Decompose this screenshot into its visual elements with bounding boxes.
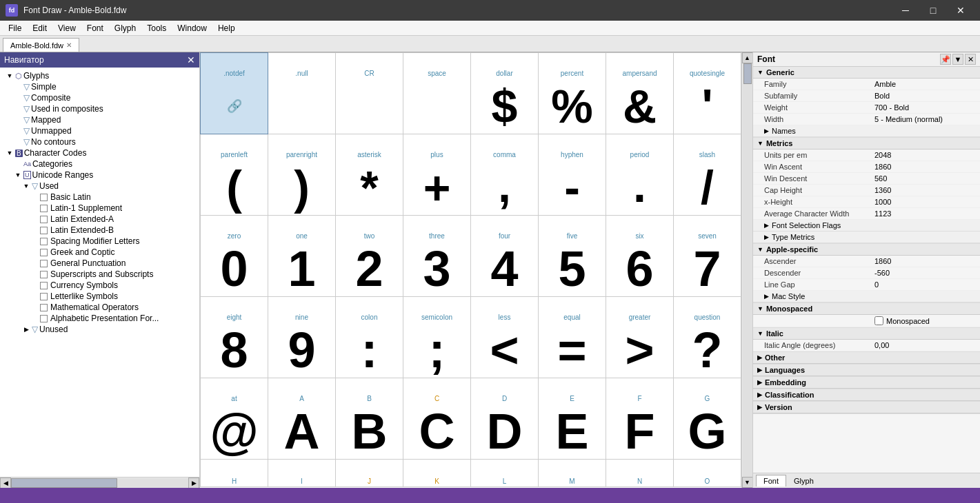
sidebar-item-general-punct[interactable]: General Punctuation xyxy=(0,258,199,269)
glyph-cell-O[interactable]: O xyxy=(674,460,741,487)
glyph-cell-comma[interactable]: comma , xyxy=(471,134,539,216)
tab-close-button[interactable]: ✕ xyxy=(66,41,72,49)
subsection-type-metrics[interactable]: ▶ Type Metrics xyxy=(753,232,980,243)
sidebar-item-categories[interactable]: Aa Categories xyxy=(0,158,199,170)
glyph-cell-quotesingle[interactable]: quotesingle ' xyxy=(674,53,741,134)
menu-glyph[interactable]: Glyph xyxy=(109,22,141,34)
sidebar-item-superscripts[interactable]: Superscripts and Subscripts xyxy=(0,269,199,280)
glyph-cell-question[interactable]: question ? xyxy=(674,297,741,378)
glyph-cell-five[interactable]: five 5 xyxy=(539,216,606,297)
sidebar-item-used[interactable]: ▼ ▽ Used xyxy=(0,181,199,192)
glyph-cell-three[interactable]: three 3 xyxy=(403,216,471,297)
glyph-cell-equal[interactable]: equal = xyxy=(539,297,606,378)
sidebar-item-unused[interactable]: ▶ ▽ Unused xyxy=(0,324,199,335)
glyph-vscrollbar[interactable]: ▲ ▼ xyxy=(741,52,752,488)
glyph-cell-N[interactable]: N xyxy=(606,460,674,487)
glyph-cell-two[interactable]: two 2 xyxy=(336,216,403,297)
glyph-cell-dollar[interactable]: dollar $ xyxy=(471,53,539,134)
panel-pin-button[interactable]: 📌 xyxy=(940,54,951,65)
close-button[interactable]: ✕ xyxy=(947,0,974,21)
sidebar-item-spacing-modifier[interactable]: Spacing Modifier Letters xyxy=(0,236,199,247)
section-generic-header[interactable]: ▼ Generic xyxy=(753,67,980,79)
sidebar-item-used-composites[interactable]: ▽ Used in composites xyxy=(0,103,199,114)
scroll-right-arrow[interactable]: ▶ xyxy=(188,478,199,489)
subsection-mac-style[interactable]: ▶ Mac Style xyxy=(753,291,980,302)
glyph-cell-colon[interactable]: colon : xyxy=(336,297,403,378)
menu-edit[interactable]: Edit xyxy=(27,22,52,34)
glyph-cell-notdef[interactable]: .notdef 🔗 xyxy=(201,53,268,134)
glyph-cell-J[interactable]: J xyxy=(336,460,403,487)
glyph-cell-C[interactable]: C C xyxy=(403,378,471,460)
sidebar-hscrollbar[interactable]: ◀ ▶ xyxy=(0,477,199,488)
glyph-cell-space[interactable]: space xyxy=(403,53,471,134)
glyph-cell-slash[interactable]: slash / xyxy=(674,134,741,216)
sidebar-item-no-contours[interactable]: ▽ No contours xyxy=(0,136,199,147)
monospaced-checkbox-label[interactable]: Monospaced xyxy=(874,316,930,325)
glyph-cell-less[interactable]: less < xyxy=(471,297,539,378)
glyph-cell-ampersand[interactable]: ampersand & xyxy=(606,53,674,134)
glyph-cell-H[interactable]: H xyxy=(201,460,268,487)
section-languages-header[interactable]: ▶ Languages xyxy=(753,365,980,376)
glyph-cell-eight[interactable]: eight 8 xyxy=(201,297,268,378)
glyph-cell-percent[interactable]: percent % xyxy=(539,53,606,134)
tab-amble-bold[interactable]: Amble-Bold.fdw ✕ xyxy=(3,38,79,52)
menu-window[interactable]: Window xyxy=(172,22,212,34)
sidebar-item-currency[interactable]: Currency Symbols xyxy=(0,280,199,291)
right-tab-glyph[interactable]: Glyph xyxy=(786,475,821,487)
menu-view[interactable]: View xyxy=(52,22,81,34)
glyph-cell-parenright[interactable]: parenright ) xyxy=(268,134,336,216)
glyph-cell-zero[interactable]: zero 0 xyxy=(201,216,268,297)
glyph-cell-nine[interactable]: nine 9 xyxy=(268,297,336,378)
sidebar-item-composite[interactable]: ▽ Composite xyxy=(0,92,199,103)
maximize-button[interactable]: □ xyxy=(919,0,947,21)
glyph-cell-four[interactable]: four 4 xyxy=(471,216,539,297)
panel-dropdown-button[interactable]: ▼ xyxy=(952,54,963,65)
menu-tools[interactable]: Tools xyxy=(141,22,172,34)
checkbox-alphabetic-pres[interactable] xyxy=(40,315,48,322)
glyph-cell-seven[interactable]: seven 7 xyxy=(674,216,741,297)
checkbox-math-operators[interactable] xyxy=(40,304,48,311)
glyph-cell-one[interactable]: one 1 xyxy=(268,216,336,297)
glyph-cell-greater[interactable]: greater > xyxy=(606,297,674,378)
checkbox-latin-ext-b[interactable] xyxy=(40,227,48,234)
glyph-cell-cr[interactable]: CR xyxy=(336,53,403,134)
checkbox-latin-ext-a[interactable] xyxy=(40,216,48,223)
sidebar-item-mapped[interactable]: ▽ Mapped xyxy=(0,114,199,125)
section-monospaced-header[interactable]: ▼ Monospaced xyxy=(753,303,980,315)
glyph-cell-K[interactable]: K xyxy=(403,460,471,487)
subsection-font-selection[interactable]: ▶ Font Selection Flags xyxy=(753,220,980,232)
panel-close-button[interactable]: ✕ xyxy=(965,54,976,65)
sidebar-item-alphabetic-pres[interactable]: Alphabetic Presentation For... xyxy=(0,313,199,324)
glyph-cell-hyphen[interactable]: hyphen - xyxy=(539,134,606,216)
sidebar-item-basic-latin[interactable]: Basic Latin xyxy=(0,192,199,203)
glyph-cell-F[interactable]: F F xyxy=(606,378,674,460)
sidebar-item-latin-ext-b[interactable]: Latin Extended-B xyxy=(0,225,199,236)
glyph-cell-L[interactable]: L xyxy=(471,460,539,487)
scroll-thumb[interactable] xyxy=(11,478,117,488)
checkbox-letterlike[interactable] xyxy=(40,293,48,300)
vscroll-down-arrow[interactable]: ▼ xyxy=(742,477,753,488)
vscroll-up-arrow[interactable]: ▲ xyxy=(742,52,753,63)
checkbox-basic-latin[interactable] xyxy=(40,194,48,201)
section-embedding-header[interactable]: ▶ Embedding xyxy=(753,377,980,389)
glyph-cell-at[interactable]: at @ xyxy=(201,378,268,460)
sidebar-item-letterlike[interactable]: Letterlike Symbols xyxy=(0,291,199,302)
sidebar-close-button[interactable]: ✕ xyxy=(187,54,195,65)
sidebar-item-greek-coptic[interactable]: Greek and Coptic xyxy=(0,247,199,258)
vscroll-track[interactable] xyxy=(743,63,752,477)
glyph-cell-parenleft[interactable]: parenleft ( xyxy=(201,134,268,216)
section-apple-header[interactable]: ▼ Apple-specific xyxy=(753,244,980,256)
checkbox-general-punct[interactable] xyxy=(40,260,48,267)
menu-file[interactable]: File xyxy=(3,22,27,34)
section-version-header[interactable]: ▶ Version xyxy=(753,402,980,413)
sidebar-item-latin1-supplement[interactable]: Latin-1 Supplement xyxy=(0,203,199,214)
checkbox-greek-coptic[interactable] xyxy=(40,249,48,256)
sidebar-item-unmapped[interactable]: ▽ Unmapped xyxy=(0,125,199,136)
glyph-cell-A[interactable]: A A xyxy=(268,378,336,460)
monospaced-checkbox[interactable] xyxy=(874,316,883,325)
glyph-cell-null[interactable]: .null xyxy=(268,53,336,134)
subsection-names[interactable]: ▶ Names xyxy=(753,125,980,137)
glyph-cell-D[interactable]: D D xyxy=(471,378,539,460)
sidebar-item-char-codes[interactable]: ▼ B Character Codes xyxy=(0,147,199,158)
sidebar-item-math-operators[interactable]: Mathematical Operators xyxy=(0,302,199,313)
